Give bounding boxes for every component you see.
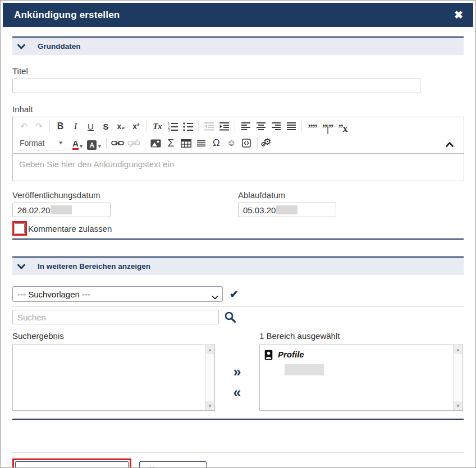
justify-icon[interactable] xyxy=(283,120,299,133)
remove-format-button[interactable]: Tx xyxy=(150,120,165,133)
create-button-label: Ankündigung erstellen xyxy=(36,466,120,468)
annotation-highlight-box: ✔ Ankündigung erstellen xyxy=(12,458,131,468)
format-dropdown[interactable]: Format ▾ xyxy=(16,136,66,150)
horizontal-rule-icon[interactable] xyxy=(194,136,209,150)
section-grunddaten[interactable]: Grunddaten xyxy=(12,36,464,55)
inhalt-label: Inhalt xyxy=(12,104,464,114)
editor-toolbar-row1: ↶ ↷ B I U S x₂ x² Tx 123 xyxy=(13,117,464,135)
text-color-letter: A xyxy=(72,139,79,150)
undo-button[interactable]: ↶ xyxy=(16,120,31,133)
redo-button[interactable]: ↷ xyxy=(31,120,47,133)
scrollbar[interactable]: ▲ ▼ xyxy=(453,345,463,410)
x-icon: ✖ xyxy=(148,465,155,468)
bullet-list-icon[interactable] xyxy=(180,120,195,133)
align-left-icon[interactable] xyxy=(238,120,253,133)
underline-button[interactable]: U xyxy=(83,120,98,133)
special-char-button[interactable]: Ω xyxy=(209,136,224,150)
allow-comments-label: Kommentare zulassen xyxy=(28,224,112,233)
italic-button[interactable]: I xyxy=(68,120,83,133)
chevron-down-icon xyxy=(17,44,25,49)
toolbar-collapse-icon[interactable] xyxy=(442,137,457,151)
background-color-letter: A xyxy=(87,140,97,150)
background-color-button[interactable]: A ▾ xyxy=(85,136,103,150)
titel-label: Titel xyxy=(12,66,464,76)
editor-placeholder: Geben Sie hier den Ankündigungstext ein xyxy=(19,159,174,169)
bold-button[interactable]: B xyxy=(53,120,68,133)
create-announcement-dialog: Ankündigung erstellen ✖ Grunddaten Titel… xyxy=(0,0,476,468)
emoji-button[interactable]: ☺ xyxy=(224,136,239,150)
strikethrough-button[interactable]: S xyxy=(98,120,113,133)
allow-comments-checkbox[interactable] xyxy=(15,223,25,233)
redaction-box xyxy=(276,205,298,214)
search-input[interactable] xyxy=(12,310,219,324)
superscript-button[interactable]: x² xyxy=(129,120,144,133)
selected-areas-label: 1 Bereich ausgewählt xyxy=(259,331,463,341)
table-icon[interactable] xyxy=(178,136,194,150)
move-left-button[interactable]: « xyxy=(234,387,241,398)
divider xyxy=(12,306,464,307)
outdent-icon[interactable] xyxy=(202,120,217,133)
create-announcement-button[interactable]: ✔ Ankündigung erstellen xyxy=(15,461,129,468)
scroll-up-icon[interactable]: ▲ xyxy=(205,345,214,354)
search-templates-select[interactable]: --- Suchvorlagen --- xyxy=(12,286,223,302)
search-icon[interactable] xyxy=(224,311,236,323)
publish-date-label: Veröffentlichungsdatum xyxy=(12,190,238,200)
close-button-label: Schließen xyxy=(161,466,198,468)
caret-down-icon: ▾ xyxy=(59,139,62,146)
close-icon[interactable]: ✖ xyxy=(454,10,463,20)
caret-down-icon: ▾ xyxy=(80,143,83,150)
scroll-down-icon[interactable]: ▼ xyxy=(454,401,463,410)
list-item[interactable]: Profile xyxy=(264,348,448,363)
editor-content-area[interactable]: Geben Sie hier den Ankündigungstext ein xyxy=(13,153,464,181)
text-color-button[interactable]: A ▾ xyxy=(70,136,85,150)
blockquote-button[interactable]: ”” xyxy=(305,120,320,133)
divider xyxy=(12,452,464,453)
section-grunddaten-label: Grunddaten xyxy=(38,42,81,51)
svg-text:3: 3 xyxy=(168,128,170,131)
search-results-listbox[interactable]: ▲ ▼ xyxy=(12,345,215,411)
move-right-button[interactable]: » xyxy=(234,366,241,377)
dialog-titlebar: Ankündigung erstellen ✖ xyxy=(3,3,473,27)
indent-icon[interactable] xyxy=(217,120,232,133)
align-center-icon[interactable] xyxy=(253,120,268,133)
format-dropdown-label: Format xyxy=(20,139,44,148)
section-bereiche-label: In weiteren Bereichen anzeigen xyxy=(38,262,150,270)
selected-areas-listbox[interactable]: Profile ▲ ▼ xyxy=(259,345,463,411)
redaction-box xyxy=(285,364,324,375)
dialog-title: Ankündigung erstellen xyxy=(14,10,120,21)
profile-icon xyxy=(264,350,273,363)
remove-quote-button[interactable]: ”x xyxy=(335,120,350,133)
expiry-date-label: Ablaufdatum xyxy=(238,190,464,200)
caret-down-icon: ▾ xyxy=(98,143,101,150)
scroll-down-icon[interactable]: ▼ xyxy=(205,401,214,410)
unlink-icon[interactable] xyxy=(126,136,142,150)
titel-input[interactable] xyxy=(12,79,420,93)
math-formula-button[interactable]: Σ xyxy=(163,136,178,150)
chevron-down-icon xyxy=(17,264,25,269)
close-button[interactable]: ✖ Schließen xyxy=(139,461,207,468)
selected-item-label: Profile xyxy=(278,350,304,359)
align-right-icon[interactable] xyxy=(268,120,283,133)
search-results-label: Suchergebnis xyxy=(12,331,215,341)
section-divider xyxy=(12,238,464,240)
subscript-button[interactable]: x₂ xyxy=(113,120,129,133)
plugins-gear-icon[interactable]: ⚙ ⚙ xyxy=(260,136,276,150)
editor-toolbar-row2: Format ▾ A ▾ A ▾ xyxy=(13,135,464,153)
redaction-box xyxy=(51,205,72,214)
image-icon[interactable] xyxy=(148,136,163,150)
apply-template-button[interactable]: ✔ xyxy=(230,288,239,301)
scroll-up-icon[interactable]: ▲ xyxy=(454,345,463,354)
link-icon[interactable] xyxy=(109,136,126,150)
section-bereiche[interactable]: In weiteren Bereichen anzeigen xyxy=(12,256,464,275)
richtext-editor: ↶ ↷ B I U S x₂ x² Tx 123 xyxy=(12,117,464,181)
section-divider xyxy=(12,419,464,420)
check-icon: ✔ xyxy=(24,465,31,468)
annotation-highlight-box xyxy=(12,221,27,236)
source-code-icon[interactable] xyxy=(239,136,254,150)
numbered-list-icon[interactable]: 123 xyxy=(165,120,180,133)
inline-quote-button[interactable]: ”|” xyxy=(320,120,335,133)
scrollbar[interactable]: ▲ ▼ xyxy=(205,345,214,410)
